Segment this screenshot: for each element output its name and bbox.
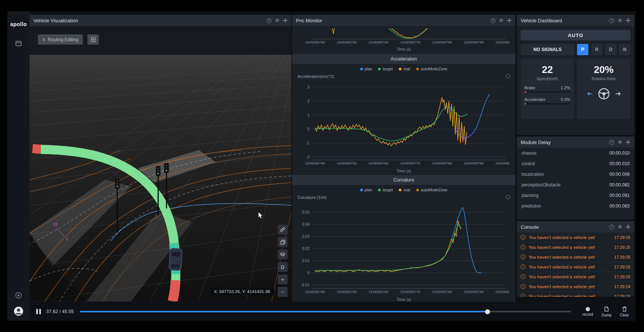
help-icon[interactable]: ?	[266, 18, 271, 23]
user-icon	[14, 306, 23, 316]
svg-text:1545095750: 1545095750	[337, 161, 357, 165]
playback-time: 37.62 / 45.55	[46, 309, 74, 314]
brake-bar	[524, 92, 570, 93]
help-icon[interactable]: ?	[609, 140, 614, 145]
zoom-in-button[interactable]: +	[278, 275, 288, 284]
pnc-monitor-panel: Pnc Monitor ? ⚙ 154509574015450957501545…	[292, 15, 515, 302]
x-axis-label: Time (s)	[297, 47, 511, 51]
help-icon[interactable]: ?	[490, 18, 495, 23]
list-item: !You haven't selected a vehicle yet!17:2…	[517, 242, 634, 252]
partial-chart-plot: 1545095740154509575015450957601545095770…	[297, 28, 511, 45]
settings-icon[interactable]: ⚙	[618, 140, 622, 144]
chart-options-icon[interactable]	[506, 195, 510, 199]
list-item: !You haven't selected a vehicle yet!17:2…	[517, 292, 634, 297]
legend-item: autoModeZone	[416, 188, 448, 192]
svg-text:1545095: 1545095	[495, 290, 509, 294]
layers-view-button[interactable]	[278, 250, 288, 259]
svg-text:0: 0	[163, 199, 165, 202]
accelerator-label: Accelerator	[524, 97, 546, 102]
steering-row	[581, 87, 627, 101]
svg-text:1545095780: 1545095780	[432, 40, 452, 44]
svg-text:1545095770: 1545095770	[400, 161, 420, 165]
list-item: !You haven't selected a vehicle yet!17:2…	[517, 233, 634, 242]
clear-button[interactable]: Clear	[620, 306, 629, 317]
pan-icon[interactable]	[626, 225, 630, 229]
warning-icon: !	[521, 254, 526, 259]
arrow-left-icon	[586, 92, 593, 96]
svg-text:1545095760: 1545095760	[369, 40, 389, 44]
curvature-plot: 0.050.040.030.020.010-0.0115450957401545…	[297, 201, 511, 295]
svg-text:1: 1	[307, 113, 310, 117]
panel-title: Vehicle Visualization	[33, 18, 266, 23]
accelerator-value: 0.3%	[561, 97, 570, 102]
gear-p-button[interactable]: P	[577, 44, 588, 55]
gear-r-button[interactable]: R	[591, 44, 602, 55]
svg-text:-1: -1	[306, 141, 310, 145]
settings-icon[interactable]: ⚙	[499, 18, 503, 23]
auto-mode-button[interactable]: AUTO	[521, 30, 630, 40]
panels-toggle-button[interactable]	[16, 41, 22, 46]
legend-dot	[378, 68, 381, 70]
pan-icon[interactable]	[507, 18, 512, 23]
pan-icon[interactable]	[626, 18, 630, 23]
dashboard-content: AUTO NO SIGNALS P R D N 22 Speed(km/h) B…	[517, 26, 634, 123]
curvature-section-header: Curvature	[292, 175, 515, 185]
svg-text:3: 3	[307, 85, 310, 89]
playback-slider[interactable]	[80, 309, 571, 315]
default-view-button[interactable]: D	[278, 262, 288, 272]
settings-icon[interactable]: ⚙	[275, 18, 279, 23]
pause-button[interactable]	[36, 308, 42, 315]
pan-icon[interactable]	[283, 18, 288, 23]
dashboard-panel-header: Vehicle Dashboard ? ⚙	[517, 15, 634, 26]
gear-n-button[interactable]: N	[619, 44, 630, 55]
legend-dot	[360, 189, 363, 191]
svg-text:1: 1	[66, 236, 68, 241]
no-signals-button[interactable]: NO SIGNALS	[521, 44, 574, 55]
map-editor-button[interactable]	[87, 34, 99, 45]
acceleration-plot: 3210-1-215450957401545095750154509576015…	[297, 80, 511, 167]
gear-d-button[interactable]: D	[605, 44, 616, 55]
warning-icon: !	[521, 294, 526, 297]
measure-button[interactable]	[278, 225, 288, 234]
svg-text:-0.01: -0.01	[301, 283, 310, 287]
module-delay-body: chassis00:00.010 control00:00.010 locali…	[517, 148, 634, 211]
zoom-out-button[interactable]: −	[278, 287, 288, 297]
record-button[interactable]: record	[582, 306, 593, 317]
settings-icon[interactable]: ⚙	[618, 225, 622, 229]
panel-title: Pnc Monitor	[296, 18, 490, 23]
menu-icon: ≡	[42, 37, 45, 42]
grid-icon	[91, 37, 96, 42]
copy-icon	[280, 240, 285, 245]
panel-title: Module Delay	[521, 140, 609, 145]
slider-handle[interactable]	[485, 309, 490, 314]
acceleration-chart: 3210-1-215450957401545095750154509576015…	[292, 79, 515, 173]
copy-view-button[interactable]	[278, 237, 288, 247]
svg-text:15: 15	[53, 222, 58, 227]
svg-text:1545095760: 1545095760	[369, 161, 389, 165]
ego-vehicle	[169, 248, 182, 271]
chart-options-icon[interactable]	[506, 74, 510, 78]
vehicle-dashboard-panel: Vehicle Dashboard ? ⚙ AUTO NO SIGNALS P …	[517, 15, 634, 135]
help-icon[interactable]: ?	[609, 225, 614, 230]
routing-editing-button[interactable]: ≡ Routing Editing	[38, 34, 83, 45]
x-axis-label: Time (s)	[297, 169, 511, 173]
settings-icon[interactable]: ⚙	[618, 18, 622, 23]
legend-dot	[416, 189, 419, 191]
profile-avatar[interactable]	[14, 306, 23, 316]
coordinates-readout: X: 587733.26, Y: 4141431.98	[210, 288, 274, 295]
pan-icon[interactable]	[626, 140, 630, 144]
svg-text:1545095750: 1545095750	[337, 290, 357, 294]
svg-text:0: 0	[307, 127, 310, 131]
curvature-chart: 0.050.040.030.020.010-0.0115450957401545…	[292, 200, 515, 302]
viz-3d-canvas: 15 1 0 0	[30, 55, 291, 301]
acceleration-section-header: Acceleration	[292, 54, 515, 64]
add-button[interactable]	[15, 292, 22, 299]
sidebar-bottom	[14, 292, 23, 316]
arrow-right-icon	[615, 92, 621, 96]
help-icon[interactable]: ?	[609, 18, 614, 23]
speed-card: 22 Speed(km/h) Brake 1.2% Accelerator 0.…	[521, 59, 574, 119]
svg-text:0.03: 0.03	[302, 234, 310, 239]
viz-3d-scene[interactable]: 15 1 0 0 X: 587733.26, Y: 4141431.98	[30, 55, 291, 301]
ruler-icon	[280, 227, 285, 232]
dump-button[interactable]: Dump	[601, 306, 611, 317]
